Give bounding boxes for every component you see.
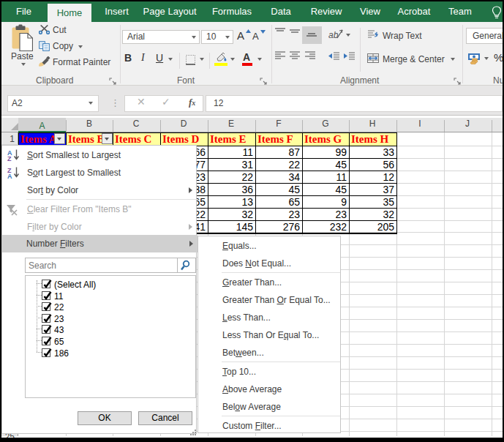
svg-text:A: A: [7, 173, 12, 179]
svg-text:ab: ab: [328, 30, 339, 40]
svg-text:Z: Z: [7, 155, 12, 162]
